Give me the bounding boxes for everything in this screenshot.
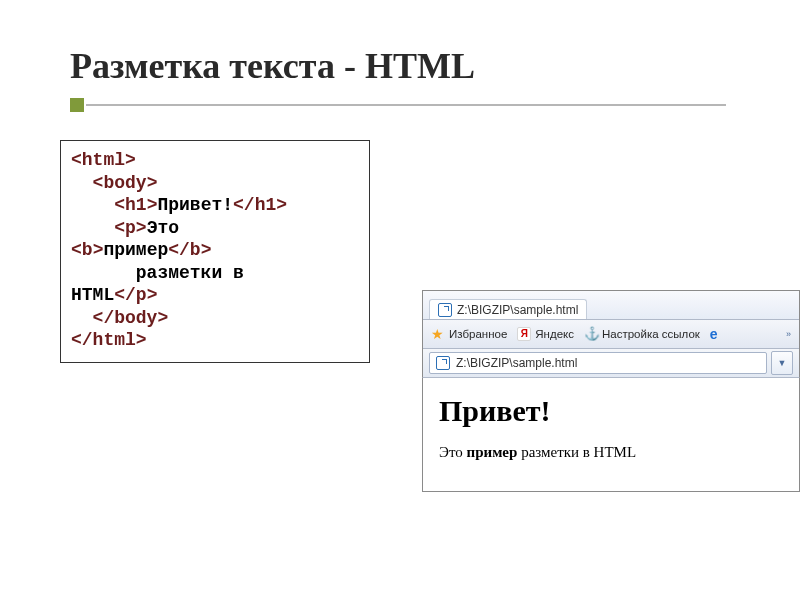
code-keyword: > — [136, 218, 147, 238]
paragraph-prefix: Это — [439, 444, 467, 460]
address-bar: Z:\BIGZIP\sample.html ▼ — [423, 349, 799, 377]
code-line: <p>Это — [71, 217, 359, 240]
yandex-icon: Я — [517, 327, 531, 341]
link-icon: ⚓ — [584, 327, 598, 341]
code-line: <h1>Привет!</h1> — [71, 194, 359, 217]
code-keyword: > — [93, 240, 104, 260]
code-keyword: html — [82, 150, 125, 170]
code-keyword: </ — [71, 330, 93, 350]
slide: Разметка текста - HTML <html><body><h1>П… — [0, 0, 800, 600]
browser-window: Z:\BIGZIP\sample.html ★ Избранное Я Янде… — [422, 290, 800, 492]
code-keyword: b — [82, 240, 93, 260]
title-accent-square — [70, 98, 84, 112]
code-line: </body> — [71, 307, 359, 330]
slide-title-block: Разметка текста - HTML — [70, 45, 475, 87]
favorites-bar: ★ Избранное Я Яндекс ⚓ Настройка ссылок … — [423, 320, 799, 349]
rendered-paragraph: Это пример разметки в HTML — [439, 444, 783, 461]
code-text: HTML — [71, 285, 114, 305]
address-value: Z:\BIGZIP\sample.html — [456, 356, 577, 370]
browser-tab-label: Z:\BIGZIP\sample.html — [457, 303, 578, 317]
code-text: пример — [103, 240, 168, 260]
code-keyword: </ — [93, 308, 115, 328]
code-text: Привет! — [157, 195, 233, 215]
code-keyword: < — [71, 150, 82, 170]
favorite-link-settings[interactable]: ⚓ Настройка ссылок — [584, 327, 700, 341]
code-keyword: p — [136, 285, 147, 305]
title-divider-line — [86, 104, 726, 106]
code-keyword: </ — [114, 285, 136, 305]
favorites-label: Избранное — [449, 328, 507, 340]
code-keyword: p — [125, 218, 136, 238]
code-text: разметки в — [136, 263, 244, 283]
code-line: <html> — [71, 149, 359, 172]
code-keyword: </ — [168, 240, 190, 260]
code-keyword: html — [93, 330, 136, 350]
code-line: <body> — [71, 172, 359, 195]
code-line: HTML</p> — [71, 284, 359, 307]
code-keyword: > — [276, 195, 287, 215]
browser-tab[interactable]: Z:\BIGZIP\sample.html — [429, 299, 587, 319]
favorite-label: Яндекс — [535, 328, 574, 340]
code-keyword: > — [147, 173, 158, 193]
paragraph-bold: пример — [467, 444, 518, 460]
code-line: разметки в — [71, 262, 359, 285]
slide-title: Разметка текста - HTML — [70, 46, 475, 86]
favorite-label: Настройка ссылок — [602, 328, 700, 340]
paragraph-suffix: разметки в HTML — [517, 444, 636, 460]
page-icon — [436, 356, 450, 370]
address-field[interactable]: Z:\BIGZIP\sample.html — [429, 352, 767, 374]
rendered-heading: Привет! — [439, 394, 783, 428]
code-keyword: < — [114, 218, 125, 238]
address-dropdown-button[interactable]: ▼ — [771, 351, 793, 375]
code-keyword: > — [147, 285, 158, 305]
browser-chrome: Z:\BIGZIP\sample.html ★ Избранное Я Янде… — [422, 290, 800, 377]
code-keyword: body — [114, 308, 157, 328]
code-line: <b>пример</b> — [71, 239, 359, 262]
rendered-page: Привет! Это пример разметки в HTML — [422, 377, 800, 492]
code-keyword: </ — [233, 195, 255, 215]
code-keyword: > — [125, 150, 136, 170]
code-keyword: b — [190, 240, 201, 260]
browser-tab-bar: Z:\BIGZIP\sample.html — [423, 291, 799, 320]
code-keyword: < — [114, 195, 125, 215]
code-keyword: body — [103, 173, 146, 193]
code-keyword: > — [201, 240, 212, 260]
code-keyword: h1 — [255, 195, 277, 215]
code-keyword: > — [136, 330, 147, 350]
code-text: Это — [147, 218, 179, 238]
page-icon — [438, 303, 452, 317]
internet-explorer-icon: e — [710, 327, 724, 341]
code-example-box: <html><body><h1>Привет!</h1><p>Это<b>при… — [60, 140, 370, 363]
code-keyword: h1 — [125, 195, 147, 215]
overflow-chevron-icon[interactable]: » — [786, 329, 791, 339]
code-keyword: < — [71, 240, 82, 260]
favorite-link-yandex[interactable]: Я Яндекс — [517, 327, 574, 341]
code-keyword: < — [93, 173, 104, 193]
favorites-star-icon: ★ — [431, 327, 445, 341]
chevron-down-icon: ▼ — [778, 358, 787, 368]
code-keyword: > — [147, 195, 158, 215]
code-line: </html> — [71, 329, 359, 352]
favorites-menu[interactable]: ★ Избранное — [431, 327, 507, 341]
favorite-link-ie[interactable]: e — [710, 327, 724, 341]
code-keyword: > — [157, 308, 168, 328]
